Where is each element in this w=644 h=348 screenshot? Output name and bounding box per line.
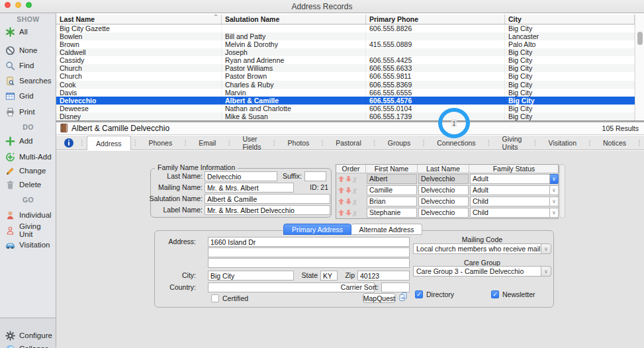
- sidebar-item-collapse[interactable]: Collapse: [0, 342, 56, 348]
- sidebar-item-individual[interactable]: Individual: [0, 208, 56, 222]
- member-row[interactable]: χ Camille Delvecchio Adult∨: [336, 185, 558, 196]
- member-row[interactable]: χ Brian Delvecchio Child∨: [336, 196, 558, 207]
- address-line2-field[interactable]: [208, 247, 410, 257]
- copy-address-icon[interactable]: [398, 292, 408, 303]
- move-down-icon[interactable]: [345, 176, 351, 182]
- remove-member-icon[interactable]: χ: [353, 210, 357, 216]
- address-label: Address:: [160, 237, 196, 247]
- mailing-code-select[interactable]: Local church members who receive mail∨: [413, 243, 551, 254]
- family-status-select[interactable]: Adult∨: [470, 174, 559, 184]
- remove-member-icon[interactable]: χ: [353, 198, 357, 204]
- sidebar-item-multi-add[interactable]: Multi-Add: [0, 150, 56, 163]
- label-name-label: Label Name:: [152, 205, 203, 215]
- column-header-primary-phone[interactable]: Primary Phone: [366, 15, 505, 24]
- tab-email[interactable]: Email: [190, 136, 224, 150]
- column-header-last-name[interactable]: ˆLast Name: [56, 15, 222, 24]
- move-down-icon[interactable]: [345, 187, 351, 193]
- sidebar-item-visitation[interactable]: Visitation: [0, 238, 56, 251]
- list-scrollbar[interactable]: [635, 15, 644, 120]
- member-row[interactable]: χ Stephanie Delvecchio Child∨: [336, 207, 558, 218]
- mapquest-button[interactable]: MapQuest: [363, 293, 396, 303]
- salutation-name-field[interactable]: [205, 194, 330, 204]
- chevron-down-icon: ∨: [541, 266, 551, 277]
- info-icon[interactable]: [64, 138, 73, 148]
- table-row-selected[interactable]: DelvecchioAlbert & Camille606.555.4576Bi…: [56, 97, 635, 105]
- care-group-select[interactable]: Care Group 3 - Camille Delvecchio∨: [413, 266, 551, 277]
- newsletter-checkbox[interactable]: ✓: [491, 290, 499, 298]
- sidebar-item-label: Delete: [19, 181, 41, 189]
- member-row[interactable]: χ Albert Delvecchio Adult∨: [336, 173, 558, 185]
- sidebar-item-searches[interactable]: Searches: [0, 74, 56, 87]
- tab-address[interactable]: Address: [87, 136, 131, 150]
- table-row[interactable]: ChurchPastor Williams606.555.6633Big Cit…: [56, 64, 635, 72]
- table-row[interactable]: CookCharles & Ruby606.555.8369Big City: [56, 81, 635, 89]
- table-row[interactable]: BrownMelvin & Dorothy415.555.0889Palo Al…: [56, 40, 635, 48]
- tab-separator-icon: ⋮: [224, 136, 234, 150]
- certified-checkbox[interactable]: [211, 294, 219, 302]
- record-tabbar: ⋮ Address ⋮ Phones ⋮ Email ⋮ User Fields…: [56, 136, 644, 150]
- mailing-code-label: Mailing Code: [413, 236, 551, 243]
- tab-notices[interactable]: Notices: [594, 136, 635, 150]
- tab-connections[interactable]: Connections: [428, 136, 484, 150]
- table-row[interactable]: CassidyRyan and Adrienne606.555.4425Big …: [56, 56, 635, 64]
- directory-label: Directory: [426, 290, 454, 299]
- directory-checkbox[interactable]: ✓: [415, 290, 423, 298]
- sidebar-item-none[interactable]: None: [0, 44, 56, 57]
- move-up-icon[interactable]: [338, 187, 344, 193]
- move-up-icon[interactable]: [338, 176, 344, 182]
- table-row[interactable]: BowlenBill and PattyLancaster: [56, 32, 635, 40]
- tab-phones[interactable]: Phones: [140, 136, 181, 150]
- suffix-field[interactable]: [304, 171, 326, 181]
- sidebar-item-giving-unit[interactable]: Giving Unit: [0, 224, 56, 237]
- list-header: ˆLast Name Salutation Name Primary Phone…: [56, 15, 635, 24]
- table-row[interactable]: Big City Gazette606.555.8826Big City: [56, 24, 635, 32]
- tab-photos[interactable]: Photos: [279, 136, 318, 150]
- table-row[interactable]: DeweeseNathan and Charlotte606.555.0104B…: [56, 105, 635, 112]
- tab-giving-units[interactable]: Giving Units: [494, 136, 531, 150]
- scrollbar-thumb[interactable]: [637, 32, 643, 45]
- order-controls: χ: [336, 210, 366, 216]
- address-line1-field[interactable]: [208, 237, 410, 247]
- sidebar-item-add[interactable]: Add: [0, 134, 56, 148]
- sidebar-item-print[interactable]: Print: [0, 105, 56, 118]
- table-row[interactable]: DisneyMike & Susan606.555.1739Big City: [56, 112, 635, 120]
- sidebar-item-configure[interactable]: Configure: [0, 329, 56, 342]
- tab-pastoral[interactable]: Pastoral: [327, 136, 370, 150]
- move-up-icon[interactable]: [338, 198, 344, 204]
- sidebar-item-grid[interactable]: Grid: [0, 89, 56, 103]
- table-row[interactable]: DavisMarvin666.555.6555Big City: [56, 89, 635, 97]
- remove-member-icon[interactable]: χ: [353, 187, 357, 193]
- tab-visitation[interactable]: Visitation: [540, 136, 585, 150]
- tab-groups[interactable]: Groups: [379, 136, 419, 150]
- sidebar-item-delete[interactable]: Delete: [0, 178, 56, 191]
- sidebar-item-change[interactable]: Change: [0, 164, 56, 177]
- address-panel: Address: City: State Zip Country: Carrie…: [154, 230, 554, 308]
- state-field[interactable]: [320, 271, 338, 281]
- family-status-select[interactable]: Adult∨: [470, 185, 559, 195]
- city-field[interactable]: [208, 271, 294, 281]
- move-up-icon[interactable]: [338, 210, 344, 216]
- address-line3-field[interactable]: [208, 258, 410, 268]
- mailing-name-field[interactable]: [205, 183, 294, 193]
- remove-member-icon[interactable]: χ: [353, 176, 357, 182]
- sidebar-item-all[interactable]: All: [0, 25, 56, 38]
- move-down-icon[interactable]: [345, 198, 351, 204]
- label-name-field[interactable]: [205, 205, 330, 215]
- primary-address-tab[interactable]: Primary Address: [283, 224, 351, 235]
- members-scrollbar[interactable]: [559, 164, 565, 218]
- column-header-city[interactable]: City: [505, 15, 635, 24]
- family-status-select[interactable]: Child∨: [470, 208, 559, 218]
- tab-user-fields[interactable]: User Fields: [234, 136, 269, 150]
- move-down-icon[interactable]: [345, 210, 351, 216]
- alternate-address-tab[interactable]: Alternate Address: [351, 224, 422, 235]
- sidebar-item-label: Print: [19, 108, 35, 116]
- family-status-select[interactable]: Child∨: [470, 196, 559, 206]
- sidebar-item-find[interactable]: Find: [0, 59, 56, 72]
- column-header-salutation-name[interactable]: Salutation Name: [222, 15, 366, 24]
- zip-field[interactable]: [357, 271, 410, 281]
- last-name-field[interactable]: [205, 171, 277, 181]
- table-row[interactable]: CaldwellJosephBig City: [56, 48, 635, 56]
- table-row[interactable]: ChurchPastor Brown606.555.9811Big City: [56, 72, 635, 80]
- carrier-sort-field[interactable]: [381, 283, 410, 292]
- tab-separator-icon: ⋮: [77, 136, 87, 150]
